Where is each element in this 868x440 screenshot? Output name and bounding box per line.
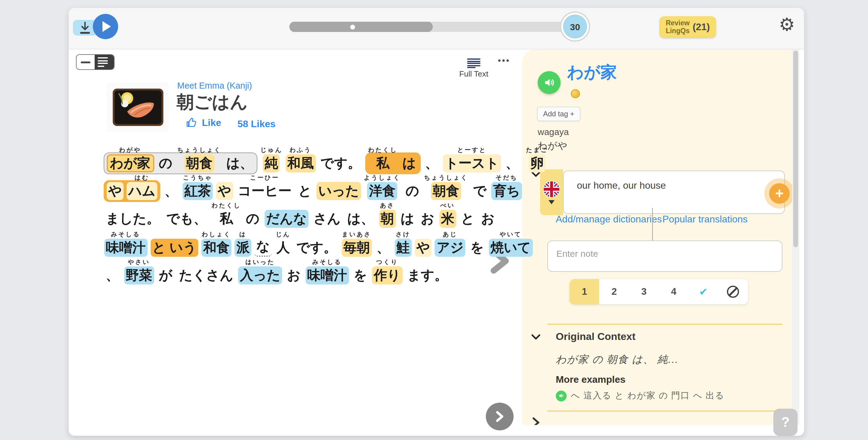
sentence-view-segment[interactable]	[76, 55, 95, 69]
word-token[interactable]: はいった入った	[238, 258, 282, 284]
word-token[interactable]: は、	[345, 201, 376, 228]
word-token[interactable]: は	[399, 201, 416, 228]
word-token[interactable]: だんな	[264, 201, 309, 228]
word-token[interactable]: つくり作り	[372, 258, 402, 284]
word-token[interactable]: たまご卵	[526, 146, 548, 172]
word-token[interactable]: で	[471, 174, 489, 200]
word-token[interactable]: や	[414, 230, 432, 257]
word-token[interactable]: ちょうしょく朝食	[424, 174, 468, 200]
word-token[interactable]: ようしょく洋食	[364, 174, 401, 200]
settings-gear-icon[interactable]: ⚙	[779, 16, 795, 34]
known-check-button[interactable]: ✔	[689, 279, 718, 304]
word-token[interactable]: を	[469, 230, 486, 257]
word-token[interactable]: こうちゃ紅茶	[183, 174, 213, 200]
word-token[interactable]: お	[285, 258, 302, 284]
add-tag-button[interactable]: Add tag +	[537, 107, 580, 121]
word-token[interactable]: たくさん	[177, 258, 235, 284]
word-token[interactable]: こーひーコーヒー	[236, 174, 293, 200]
word-token[interactable]: は	[401, 146, 418, 172]
status-level-2-button[interactable]: 2	[599, 279, 629, 304]
word-token[interactable]: わたくし私	[368, 146, 398, 172]
word-token[interactable]: まいあさ毎朝	[341, 230, 372, 257]
word-token[interactable]: な	[254, 229, 272, 257]
word-token[interactable]: は派	[235, 230, 251, 257]
word-token[interactable]: ました。	[104, 201, 161, 228]
word-token[interactable]: あさ朝	[379, 201, 396, 228]
progress-knob[interactable]: 30	[563, 14, 587, 38]
status-level-4-button[interactable]: 4	[659, 279, 689, 304]
word-token[interactable]: 、	[104, 258, 121, 284]
word-token[interactable]: やいて焼いて	[489, 230, 533, 257]
word-token[interactable]: は、	[224, 146, 255, 172]
collapsed-section-chevron[interactable]	[532, 417, 541, 425]
full-text-button[interactable]: Full Text	[456, 51, 492, 78]
word-token[interactable]: さけ鮭	[395, 230, 411, 257]
audio-progress-bar[interactable]	[289, 22, 588, 32]
word-token[interactable]: さん	[312, 201, 342, 228]
selected-sentence-box[interactable]: わがやわが家 のちょうしょく朝食 は、	[104, 146, 258, 172]
like-button[interactable]: Like	[186, 117, 221, 128]
word-token[interactable]: や	[216, 174, 233, 200]
add-dictionaries-link[interactable]: Add/manage dictionaries	[556, 214, 662, 225]
course-link[interactable]: Meet Emma (Kanji)	[177, 81, 252, 90]
word-token[interactable]: と	[459, 201, 476, 228]
word-token[interactable]: じゅん純	[260, 146, 282, 172]
word-token[interactable]: でも、	[164, 201, 209, 228]
word-token[interactable]: や	[106, 174, 124, 200]
word-token[interactable]: わたくし私	[212, 201, 241, 228]
translation-input[interactable]	[563, 170, 785, 214]
add-translation-button[interactable]: +	[769, 183, 789, 204]
word-token[interactable]: と	[296, 174, 313, 200]
likes-count[interactable]: 58 Likes	[238, 119, 276, 130]
play-button[interactable]	[93, 14, 118, 39]
word-token[interactable]: ます。	[405, 258, 450, 284]
page-view-segment[interactable]	[95, 55, 114, 69]
status-level-3-button[interactable]: 3	[629, 279, 659, 304]
word-token[interactable]: 、	[423, 146, 440, 172]
collapse-context-icon[interactable]	[530, 333, 541, 341]
phrase-token[interactable]: わたくし私 は	[365, 146, 421, 172]
phrase-token[interactable]: やはむハム	[104, 174, 160, 200]
word-token[interactable]: と いう	[150, 230, 198, 257]
word-token[interactable]: べい米	[439, 201, 456, 228]
word-token[interactable]: です。	[318, 146, 363, 172]
word-token[interactable]: 、	[375, 230, 392, 257]
ignore-button[interactable]	[718, 279, 748, 304]
word-token[interactable]: ちょうしょく朝食	[177, 146, 221, 172]
more-options-icon[interactable]: •••	[498, 56, 510, 65]
review-lingqs-button[interactable]: Review LingQs (21)	[659, 16, 716, 38]
word-token[interactable]: お	[419, 201, 436, 228]
word-token[interactable]: が	[157, 258, 174, 284]
next-lesson-button[interactable]	[486, 403, 514, 430]
word-token[interactable]: そだち育ち	[492, 174, 522, 200]
word-token[interactable]: わしょく和食	[201, 230, 231, 257]
sidebar-scrollbar-thumb[interactable]	[793, 51, 798, 247]
help-button[interactable]: ?	[773, 409, 798, 436]
word-token[interactable]: の	[157, 146, 174, 172]
dictionary-language-dropdown[interactable]	[540, 169, 563, 215]
status-level-1-button[interactable]: 1	[569, 279, 599, 304]
view-mode-toggle[interactable]	[76, 54, 115, 70]
popular-translations-link[interactable]: Popular translations	[662, 214, 748, 225]
phrase-token[interactable]: たまご卵	[523, 146, 551, 172]
word-token[interactable]: いった	[316, 174, 361, 200]
word-token[interactable]: を	[352, 258, 369, 284]
word-token[interactable]: じん人	[275, 230, 291, 257]
word-token[interactable]: はむハム	[127, 174, 157, 200]
word-token[interactable]: 、	[163, 174, 180, 200]
word-token[interactable]: あじアジ	[435, 230, 465, 257]
word-token[interactable]: やさい野菜	[124, 258, 154, 284]
word-token[interactable]: みそしる味噌汁	[305, 258, 349, 284]
example-audio-button[interactable]	[556, 390, 567, 401]
word-token[interactable]: の	[244, 201, 261, 228]
word-token[interactable]: わがやわが家	[106, 146, 154, 172]
word-token[interactable]: とーすとトースト	[443, 146, 501, 172]
word-token[interactable]: です。	[294, 230, 338, 257]
word-token[interactable]: わふう和風	[285, 146, 315, 172]
word-token[interactable]: 、	[504, 146, 521, 172]
word-token[interactable]: お	[479, 201, 496, 228]
word-token[interactable]: の	[404, 174, 421, 200]
word-token[interactable]: みそしる味噌汁	[104, 230, 147, 257]
term-audio-button[interactable]	[538, 71, 561, 94]
note-input[interactable]	[547, 241, 782, 272]
